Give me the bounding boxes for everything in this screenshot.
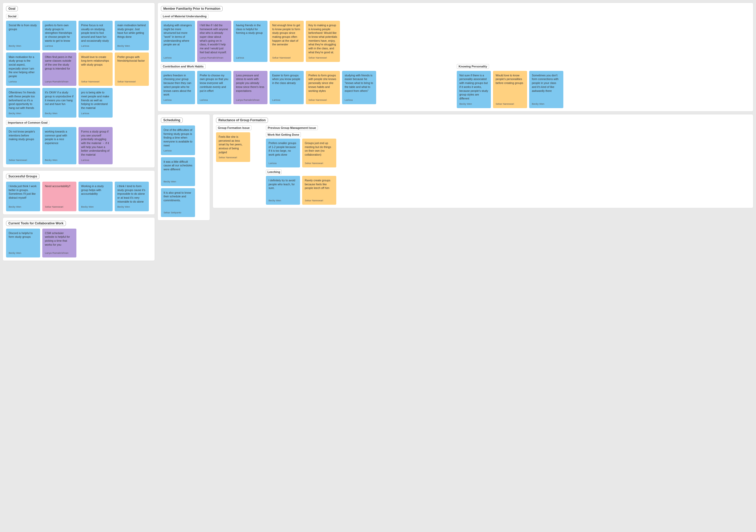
knowing-personality-label: Knowing Personality bbox=[457, 64, 489, 69]
card-text: i think I tend to form study groups caus… bbox=[117, 184, 146, 203]
card-text: I definitely try to avoid people who lea… bbox=[269, 178, 297, 197]
card: Discord is helpful to form study groupsB… bbox=[6, 228, 40, 257]
card: Often find peers in the same classes out… bbox=[42, 52, 76, 86]
card-author: Lanya Ramakrishnan bbox=[200, 56, 229, 59]
card-text: having friends in the class is helpful f… bbox=[236, 23, 265, 54]
card-text: prefers freedom in choosing your group b… bbox=[164, 73, 192, 96]
card-author: Becky Wen bbox=[117, 44, 146, 47]
card-text: I kinda just think I work better in grou… bbox=[9, 184, 38, 203]
bottom-row: Scheduling One of the difficulties of fo… bbox=[157, 114, 753, 221]
card-text: Do not know people's intentions before m… bbox=[9, 130, 38, 157]
card-author: Larissa bbox=[81, 44, 110, 47]
card: studying with friends is easier because … bbox=[342, 71, 376, 104]
left-column: Goal Social Social life is from study gr… bbox=[3, 3, 155, 261]
card-text: CSM scheduler website is helpful for pic… bbox=[45, 231, 74, 250]
card-author: Larissa bbox=[9, 80, 38, 83]
card-author: Becky Wen bbox=[9, 112, 38, 115]
card-text: Key to making a group is knowing people … bbox=[309, 23, 337, 54]
card-author: Becky Wen bbox=[117, 205, 146, 208]
level-material-label: Level of Material Understanding bbox=[161, 14, 208, 19]
card-author: Becky Wen bbox=[45, 158, 74, 162]
member-familiarity-label: Member Familiarity Prior to Formation bbox=[161, 6, 223, 11]
card-author: Larissa bbox=[164, 56, 192, 59]
card-author: Sekar Nareswari bbox=[309, 98, 337, 102]
card: Prime focus is not usually on studying, … bbox=[78, 21, 113, 50]
card-author: Sekar Nareswari bbox=[305, 161, 334, 165]
group-formation-issue-sub: Group Formation Issue Feels like she is … bbox=[216, 125, 263, 162]
card-author: Larissa bbox=[272, 98, 301, 102]
current-tools-section: Current Tools for Collaborative Work Dis… bbox=[3, 217, 155, 261]
goal-label: Goal bbox=[6, 6, 18, 11]
card: Prefers smaller groups of 1-2 people bec… bbox=[266, 139, 300, 168]
card-text: Prefer groups with friendship/social fac… bbox=[117, 55, 146, 78]
card: Prefer groups with friendship/social fac… bbox=[115, 52, 149, 86]
card-author: Sekar Nareswari bbox=[117, 80, 146, 83]
successful-groups-label: Successful Groups bbox=[6, 174, 40, 179]
card-text: it was a little difficult cause all our … bbox=[164, 160, 192, 178]
card-text: Prefer to choose my own groups so that y… bbox=[200, 73, 229, 96]
scheduling-cards: One of the difficulties of forming study… bbox=[161, 125, 206, 217]
card: Need accountability!!Sekar Nareswari bbox=[42, 182, 76, 211]
card: Would love to know people's personalitie… bbox=[493, 71, 527, 108]
card: Prefer to choose my own groups so that y… bbox=[197, 71, 231, 104]
card-text: Groups just end up meeting but do things… bbox=[305, 141, 334, 160]
card: i think I tend to form study groups caus… bbox=[115, 182, 149, 211]
card: Key to making a group is knowing people … bbox=[306, 21, 340, 62]
knowing-personality-cards: Not sure if there is a personality assoc… bbox=[457, 71, 750, 108]
work-not-done-sub: Work Not Getting Done Prefers smaller gr… bbox=[266, 132, 750, 168]
card: Feels like she is perceived as less smar… bbox=[216, 132, 250, 162]
card-text: Less pressure and stress to work with pe… bbox=[236, 73, 265, 96]
card-text: One of the difficulties of forming study… bbox=[164, 128, 192, 147]
card-author: Larissa bbox=[164, 98, 192, 102]
card-text: Sometimes you don't form connections wit… bbox=[532, 73, 561, 100]
level-material-cards: studying with strangers might be more st… bbox=[161, 21, 750, 62]
current-tools-cards: Discord is helpful to form study groupsB… bbox=[6, 228, 151, 257]
card-author: Larissa bbox=[200, 98, 229, 102]
card-text: Forms a study group if you see yourself … bbox=[81, 130, 110, 157]
card-author: Sekar Nareswari bbox=[309, 56, 337, 59]
card-author: Sekar Nareswari bbox=[272, 56, 301, 59]
contribution-sub: Contribution and Work Habits prefers fre… bbox=[161, 64, 454, 108]
card: I definitely try to avoid people who lea… bbox=[266, 176, 300, 205]
card: it was a little difficult cause all our … bbox=[161, 157, 195, 186]
social-section: Social Social life is from study groupsB… bbox=[6, 14, 151, 118]
card-author: Lanya Ramakrishnan bbox=[236, 98, 265, 102]
card-author: Becky Wen bbox=[9, 251, 38, 254]
reluctance-label: Reluctance of Group Formation bbox=[216, 118, 268, 123]
card: pro is being able to meet people and mak… bbox=[78, 88, 113, 118]
card: Easier to form groups when you know peop… bbox=[270, 71, 304, 104]
leeching-cards: I definitely try to avoid people who lea… bbox=[266, 176, 750, 205]
card-text: Oftentimes I'm friends with these people… bbox=[9, 91, 38, 110]
card-author: Larissa bbox=[164, 149, 192, 152]
card-text: working towards a common goal with peopl… bbox=[45, 130, 74, 157]
card-author: Sekar Settyanto bbox=[164, 211, 192, 214]
card: It is also great to know their schedule … bbox=[161, 188, 195, 217]
contribution-cards: prefers freedom in choosing your group b… bbox=[161, 71, 454, 104]
card-author: Sekar Nareswari bbox=[45, 205, 74, 208]
prev-group-management-label: Previous Group Management Issue bbox=[266, 125, 318, 130]
card-text: It is also great to know their schedule … bbox=[164, 191, 192, 209]
card-author: Becky Wen bbox=[532, 102, 561, 105]
card-text: Rarely create groups because feels like … bbox=[305, 178, 334, 197]
card-author: Larissa bbox=[345, 98, 373, 102]
card-text: Social life is from study groups bbox=[9, 23, 38, 42]
common-goal-section: Importance of Common Goal Do not know pe… bbox=[6, 120, 151, 164]
card-text: Prime focus is not usually on studying, … bbox=[81, 23, 110, 42]
card: working towards a common goal with peopl… bbox=[42, 127, 76, 164]
card-text: Discord is helpful to form study groups bbox=[9, 231, 38, 250]
card-text: Not sure if there is a personality assoc… bbox=[459, 73, 488, 100]
card-author: Becky Wen bbox=[45, 112, 74, 115]
card: I kinda just think I work better in grou… bbox=[6, 182, 40, 211]
card-text: I felt like if I did the homework with a… bbox=[200, 23, 229, 54]
card: having friends in the class is helpful f… bbox=[233, 21, 267, 62]
card-author: Lanya Ramakrishnan bbox=[45, 251, 74, 254]
card: Working in a study group helps with acco… bbox=[78, 182, 113, 211]
card: prefers to form own study groups to stre… bbox=[42, 21, 76, 50]
card-author: Becky Wen bbox=[164, 180, 192, 183]
card-text: Feels like she is perceived as less smar… bbox=[219, 135, 248, 154]
card-text: main motivation behind study groups: Jus… bbox=[117, 23, 146, 42]
card: I felt like if I did the homework with a… bbox=[197, 21, 231, 62]
card-text: Prefers smaller groups of 1-2 people bec… bbox=[269, 141, 297, 160]
card: Prefers to form groups with people she k… bbox=[306, 71, 340, 104]
card: Sometimes you don't form connections wit… bbox=[529, 71, 563, 108]
